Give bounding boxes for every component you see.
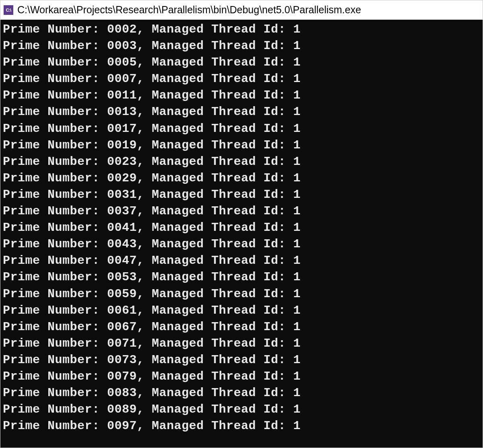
console-line: Prime Number: 0023, Managed Thread Id: 1 [3,154,480,170]
window-title: C:\Workarea\Projects\Research\Parallelis… [17,4,361,16]
console-line: Prime Number: 0002, Managed Thread Id: 1 [3,21,480,38]
console-line: Prime Number: 0079, Managed Thread Id: 1 [3,368,480,385]
console-line: Prime Number: 0047, Managed Thread Id: 1 [3,253,480,269]
console-line: Prime Number: 0007, Managed Thread Id: 1 [3,71,480,87]
console-line: Prime Number: 0083, Managed Thread Id: 1 [3,385,480,401]
console-line: Prime Number: 0041, Managed Thread Id: 1 [3,220,480,236]
console-line: Prime Number: 0067, Managed Thread Id: 1 [3,319,480,335]
console-line: Prime Number: 0029, Managed Thread Id: 1 [3,170,480,187]
console-line: Prime Number: 0031, Managed Thread Id: 1 [3,187,480,203]
console-line: Prime Number: 0071, Managed Thread Id: 1 [3,335,480,352]
console-line: Prime Number: 0017, Managed Thread Id: 1 [3,121,480,137]
console-output[interactable]: Prime Number: 0002, Managed Thread Id: 1… [0,20,483,448]
console-icon: C:\ [4,5,13,15]
console-line: Prime Number: 0005, Managed Thread Id: 1 [3,54,480,71]
console-line: Prime Number: 0061, Managed Thread Id: 1 [3,302,480,319]
console-line: Prime Number: 0037, Managed Thread Id: 1 [3,203,480,220]
console-line: Prime Number: 0073, Managed Thread Id: 1 [3,352,480,368]
console-line: Prime Number: 0053, Managed Thread Id: 1 [3,269,480,286]
console-line: Prime Number: 0059, Managed Thread Id: 1 [3,286,480,302]
console-line: Prime Number: 0013, Managed Thread Id: 1 [3,104,480,120]
console-line: Prime Number: 0011, Managed Thread Id: 1 [3,87,480,104]
console-line: Prime Number: 0097, Managed Thread Id: 1 [3,418,480,434]
console-window: C:\ C:\Workarea\Projects\Research\Parall… [0,0,483,448]
console-line: Prime Number: 0089, Managed Thread Id: 1 [3,401,480,418]
console-line: Prime Number: 0003, Managed Thread Id: 1 [3,38,480,54]
console-line: Prime Number: 0019, Managed Thread Id: 1 [3,137,480,154]
title-bar[interactable]: C:\ C:\Workarea\Projects\Research\Parall… [0,0,483,20]
console-line: Prime Number: 0043, Managed Thread Id: 1 [3,236,480,253]
